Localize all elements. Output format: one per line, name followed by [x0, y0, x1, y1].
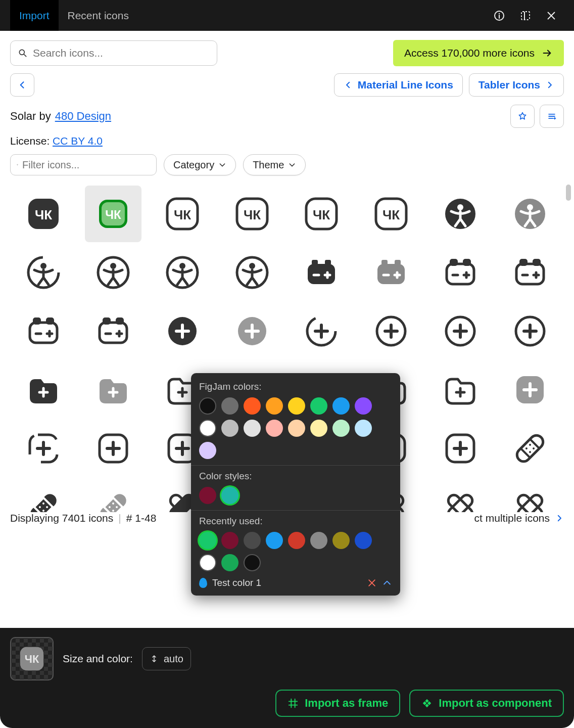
import-as-frame-button[interactable]: Import as frame [275, 690, 400, 717]
status-separator: | [118, 512, 121, 524]
close-icon[interactable] [546, 10, 557, 21]
icon-cell[interactable] [432, 303, 489, 359]
color-swatch[interactable] [355, 420, 372, 437]
svg-text:ЧК: ЧК [25, 653, 39, 665]
icon-cell[interactable] [85, 361, 141, 418]
icon-cell[interactable] [293, 303, 350, 359]
icon-cell[interactable]: ЧК [154, 186, 211, 242]
color-swatch[interactable] [221, 487, 238, 504]
color-swatch[interactable] [288, 532, 305, 549]
add-circle-bold-icon [165, 313, 200, 349]
icon-cell[interactable] [85, 479, 141, 512]
tab-import[interactable]: Import [10, 0, 59, 31]
icon-cell[interactable] [502, 420, 558, 477]
icon-cell[interactable] [432, 420, 489, 477]
color-swatch[interactable] [221, 554, 238, 571]
icon-cell[interactable] [15, 479, 72, 512]
info-icon[interactable] [493, 10, 505, 22]
icon-cell[interactable] [432, 186, 489, 242]
color-swatch[interactable] [355, 532, 372, 549]
collapse-icon[interactable] [382, 578, 392, 588]
prev-icon-set-button[interactable]: Material Line Icons [334, 73, 463, 97]
icon-cell[interactable] [502, 244, 558, 301]
theme-dropdown[interactable]: Theme [243, 154, 306, 175]
icon-cell[interactable] [502, 361, 558, 418]
icon-cell[interactable] [432, 479, 489, 512]
color-swatch[interactable] [244, 420, 261, 437]
panel-icon[interactable] [519, 10, 532, 22]
search-input[interactable] [10, 40, 217, 66]
color-swatch[interactable] [244, 532, 261, 549]
color-swatch[interactable] [244, 554, 261, 571]
color-swatch[interactable] [266, 532, 283, 549]
filter-input[interactable] [10, 154, 157, 175]
color-swatch[interactable] [288, 420, 305, 437]
icon-cell[interactable] [293, 244, 350, 301]
accumulator-bold-duotone-icon [373, 255, 409, 290]
icon-cell[interactable] [15, 303, 72, 359]
icon-cell[interactable]: ЧК [224, 186, 280, 242]
color-swatch[interactable] [355, 397, 372, 415]
next-icon-set-button[interactable]: Tabler Icons [469, 73, 564, 97]
color-swatch[interactable] [310, 420, 327, 437]
color-swatch[interactable] [199, 397, 216, 415]
icon-cell[interactable] [224, 244, 280, 301]
color-swatch[interactable] [221, 397, 238, 415]
color-swatch[interactable] [332, 532, 350, 549]
search-field[interactable] [33, 47, 210, 59]
color-swatch[interactable] [332, 397, 350, 415]
color-swatch[interactable] [244, 397, 261, 415]
svg-point-65 [525, 447, 528, 450]
color-swatch[interactable] [199, 420, 216, 437]
icon-cell[interactable]: ЧК [15, 186, 72, 242]
icon-cell[interactable] [85, 303, 141, 359]
tab-recent-icons[interactable]: Recent icons [59, 0, 138, 31]
icon-cell[interactable] [15, 244, 72, 301]
icon-cell[interactable] [15, 420, 72, 477]
color-swatch[interactable] [266, 397, 283, 415]
icon-cell[interactable] [15, 361, 72, 418]
color-swatch[interactable] [221, 532, 238, 549]
icon-cell[interactable] [85, 244, 141, 301]
color-swatch[interactable] [199, 532, 216, 549]
color-swatch[interactable] [221, 420, 238, 437]
license-link[interactable]: CC BY 4.0 [53, 135, 103, 147]
color-swatch[interactable] [199, 442, 216, 459]
category-dropdown[interactable]: Category [164, 154, 236, 175]
back-button[interactable] [10, 73, 34, 97]
icon-cell[interactable] [154, 244, 211, 301]
favorite-button[interactable] [510, 105, 535, 128]
svg-rect-32 [312, 260, 318, 265]
color-swatch[interactable] [332, 420, 350, 437]
color-swatch[interactable] [266, 420, 283, 437]
icon-cell[interactable]: ЧК [293, 186, 350, 242]
color-swatch[interactable] [310, 397, 327, 415]
color-swatch[interactable] [310, 532, 327, 549]
icon-cell[interactable] [432, 244, 489, 301]
icon-cell[interactable] [224, 303, 280, 359]
import-as-component-button[interactable]: Import as component [409, 690, 564, 717]
icon-cell[interactable]: ЧК [85, 186, 141, 242]
icon-cell[interactable] [502, 303, 558, 359]
color-swatch[interactable] [199, 554, 216, 571]
chevron-right-icon[interactable] [555, 514, 564, 523]
icon-cell[interactable]: ЧК [363, 186, 419, 242]
add-circle-broken-icon [304, 313, 339, 349]
icon-cell[interactable] [85, 420, 141, 477]
color-swatch[interactable] [288, 397, 305, 415]
color-swatch[interactable] [199, 487, 216, 504]
list-options-button[interactable] [540, 105, 564, 128]
remove-color-icon[interactable] [367, 578, 377, 588]
icon-cell[interactable] [502, 186, 558, 242]
icon-cell[interactable] [363, 303, 419, 359]
icon-cell[interactable] [432, 361, 489, 418]
scrollbar-thumb[interactable] [566, 185, 571, 201]
size-dropdown[interactable]: auto [142, 647, 191, 670]
icon-set-author-link[interactable]: 480 Design [55, 110, 111, 123]
icon-cell[interactable] [154, 303, 211, 359]
icon-cell[interactable] [363, 244, 419, 301]
filter-field[interactable] [22, 159, 150, 171]
icon-cell[interactable] [502, 479, 558, 512]
svg-rect-33 [325, 260, 331, 265]
access-more-icons-button[interactable]: Access 170,000 more icons [393, 40, 564, 66]
